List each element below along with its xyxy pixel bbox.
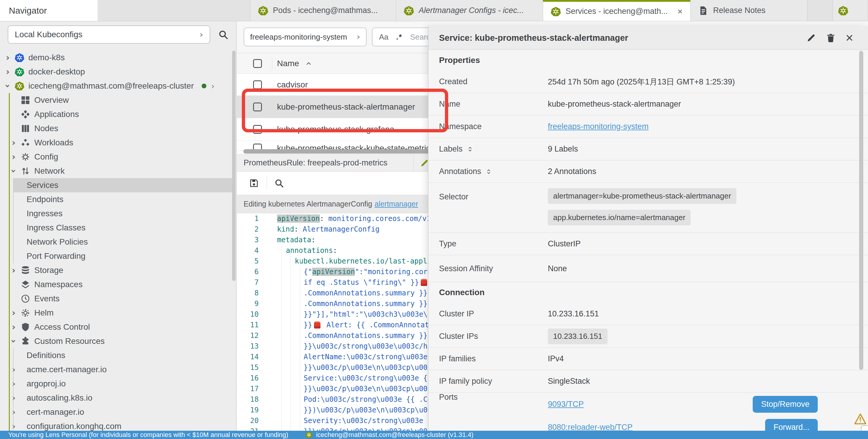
chevron-right-icon[interactable]: › bbox=[12, 323, 21, 332]
edit-service-icon[interactable] bbox=[807, 33, 816, 42]
close-tab-icon[interactable]: × bbox=[673, 6, 683, 16]
editor-search-icon[interactable] bbox=[274, 178, 284, 188]
tab-Alertmanager Configs - icec...[interactable]: Alertmanager Configs - icec... bbox=[396, 0, 543, 21]
chevron-right-icon[interactable]: › bbox=[6, 53, 15, 62]
code-token: AlertName:\u003c/strong\u003e bbox=[304, 353, 428, 361]
workloads-icon bbox=[21, 138, 30, 147]
tab-label: Alertmanager Configs - icec... bbox=[418, 6, 524, 15]
sidebar-item-nodes[interactable]: Nodes bbox=[0, 122, 232, 136]
search-icon[interactable] bbox=[218, 29, 228, 40]
sidebar-item-access-control[interactable]: ›Access Control bbox=[0, 320, 232, 334]
line-number: 5 bbox=[237, 257, 268, 265]
sidebar-item-cert-manager-io[interactable]: ›cert-manager.io bbox=[0, 405, 232, 419]
chevron-right-icon[interactable]: › bbox=[12, 153, 21, 161]
code-text: annotations: bbox=[268, 246, 337, 255]
close-icon[interactable]: × bbox=[845, 31, 853, 44]
property-label-text: IP family policy bbox=[439, 377, 492, 386]
chevron-right-icon[interactable]: › bbox=[12, 266, 21, 275]
sidebar-item-custom-resources[interactable]: ›Custom Resources bbox=[0, 334, 232, 348]
active-cluster-status[interactable]: icecheng@mathmast.com@freeleaps-cluster … bbox=[305, 431, 474, 439]
sidebar-item-config[interactable]: ›Config bbox=[0, 150, 232, 164]
chevron-right-icon[interactable]: › bbox=[12, 138, 21, 147]
chevron-glyph: › bbox=[12, 266, 16, 275]
sidebar-item-storage[interactable]: ›Storage bbox=[0, 263, 232, 277]
sort-ascending-icon[interactable] bbox=[305, 60, 312, 67]
code-token: if eq .Status \"firing\" }} bbox=[304, 278, 419, 286]
property-value: 2 Annotations bbox=[548, 167, 868, 176]
sidebar-item-icecheng-mathmast-com-freeleaps-cluster[interactable]: ›icecheng@mathmast.com@freeleaps-cluster… bbox=[0, 79, 232, 93]
alertmanager-link[interactable]: alertmanager bbox=[375, 200, 418, 208]
namespace-selector[interactable]: freeleaps-monitoring-system ›︎ bbox=[244, 28, 367, 46]
tab-partial[interactable] bbox=[833, 0, 868, 21]
storage-icon bbox=[21, 266, 30, 275]
port-link[interactable]: 9093/TCP bbox=[548, 400, 584, 409]
sidebar-item-label: Events bbox=[34, 294, 60, 303]
match-case-icon[interactable]: Aa bbox=[379, 33, 389, 42]
red-highlight-annotation bbox=[242, 89, 448, 132]
sidebar-item-services[interactable]: Services bbox=[0, 178, 232, 192]
line-number: 19 bbox=[237, 406, 268, 414]
sidebar-item-events[interactable]: Events bbox=[0, 292, 232, 306]
delete-service-icon[interactable] bbox=[826, 33, 835, 42]
drawer-scrollbar[interactable] bbox=[859, 51, 863, 370]
code-token: AlertmanagerConfig bbox=[303, 225, 380, 233]
sidebar-item-applications[interactable]: Applications bbox=[0, 107, 232, 122]
sort-arrows-icon[interactable] bbox=[486, 168, 492, 175]
property-label-text: Created bbox=[439, 77, 467, 86]
namespace-link[interactable]: freeleaps-monitoring-system bbox=[548, 122, 649, 131]
sidebar-item-network[interactable]: ›Network bbox=[0, 164, 232, 178]
kubernetes-icon bbox=[305, 431, 312, 438]
port-row: 9093/TCPStop/Remove bbox=[548, 393, 841, 416]
chevron-glyph: › bbox=[3, 84, 12, 88]
sidebar-item-namespaces[interactable]: Namespaces bbox=[0, 277, 232, 292]
k8s-icon bbox=[15, 53, 24, 62]
port-link[interactable]: 8080:reloader-web/TCP bbox=[548, 423, 633, 431]
sidebar-item-ingress-classes[interactable]: Ingress Classes bbox=[0, 221, 232, 235]
select-all-checkbox[interactable] bbox=[253, 59, 262, 68]
sort-arrows-icon[interactable] bbox=[467, 146, 473, 153]
chevron-down-icon[interactable]: › bbox=[12, 337, 21, 346]
tab-Pods - icecheng@mathmas...[interactable]: Pods - icecheng@mathmas... bbox=[250, 0, 396, 21]
sidebar-item-configuration-konghq-com[interactable]: ›configuration.konghq.com bbox=[0, 419, 232, 431]
kubeconfig-selector[interactable]: Local Kubeconfigs ›︎ bbox=[8, 25, 210, 44]
column-header-name[interactable]: Name bbox=[277, 59, 299, 68]
row-checkbox[interactable] bbox=[253, 80, 262, 89]
sidebar-item-demo-k8s[interactable]: ›demo-k8s bbox=[0, 50, 232, 65]
tab-Services - icecheng@math...[interactable]: Services - icecheng@math...× bbox=[543, 0, 691, 21]
tab-Release Notes[interactable]: Release Notes bbox=[690, 0, 807, 21]
chevron-glyph: › bbox=[12, 365, 16, 374]
sidebar-scrollbar[interactable] bbox=[232, 50, 236, 281]
chevron-right-icon[interactable]: › bbox=[12, 308, 21, 317]
sidebar-item-definitions[interactable]: Definitions bbox=[0, 348, 232, 363]
regex-icon[interactable]: .* bbox=[396, 33, 402, 42]
sidebar-item-port-forwarding[interactable]: Port Forwarding bbox=[0, 249, 232, 263]
sidebar-item-acme-cert-manager-io[interactable]: ›acme.cert-manager.io bbox=[0, 363, 232, 377]
line-number: 7 bbox=[237, 278, 268, 286]
sidebar-item-autoscaling-k8s-io[interactable]: ›autoscaling.k8s.io bbox=[0, 391, 232, 405]
sidebar-item-helm[interactable]: ›Helm bbox=[0, 306, 232, 320]
chip-list: 10.233.16.151 bbox=[548, 329, 841, 344]
pencil-icon[interactable] bbox=[420, 159, 429, 168]
sidebar-item-ingresses[interactable]: Ingresses bbox=[0, 206, 232, 221]
chevron-right-icon[interactable]: › bbox=[6, 67, 15, 76]
sidebar-item-network-policies[interactable]: Network Policies bbox=[0, 235, 232, 249]
code-token: metadata bbox=[277, 236, 311, 244]
property-row-session-affinity: Session AffinityNone bbox=[428, 255, 868, 282]
siren-emoji bbox=[421, 279, 427, 286]
code-token: {" bbox=[304, 268, 312, 276]
stop-remove-button[interactable]: Stop/Remove bbox=[753, 396, 818, 413]
sidebar-item-workloads[interactable]: ›Workloads bbox=[0, 136, 232, 150]
property-label: Selector bbox=[428, 188, 548, 201]
property-label: Cluster IPs bbox=[428, 332, 548, 341]
sidebar-item-endpoints[interactable]: Endpoints bbox=[0, 192, 232, 206]
line-number: 4 bbox=[237, 246, 268, 255]
sidebar-item-argoproj-io[interactable]: ›argoproj.io bbox=[0, 377, 232, 391]
chevron-right-icon[interactable]: › bbox=[212, 81, 214, 91]
forward-button[interactable]: Forward... bbox=[765, 419, 818, 431]
sidebar-item-overview[interactable]: Overview bbox=[0, 93, 232, 107]
chevron-down-icon[interactable]: › bbox=[6, 81, 15, 91]
save-icon[interactable] bbox=[249, 178, 259, 188]
chevron-down-icon[interactable]: › bbox=[12, 167, 21, 175]
code-text: }}\u003c/strong\u003e\u003c/h3 bbox=[268, 342, 432, 350]
sidebar-item-docker-desktop[interactable]: ›docker-desktop bbox=[0, 65, 232, 79]
